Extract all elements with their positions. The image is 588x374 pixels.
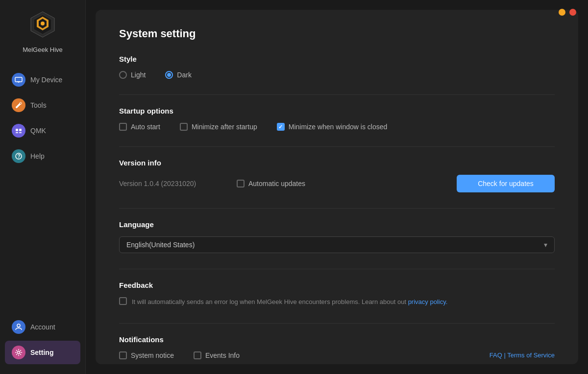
system-notice-label: System notice [131,351,174,359]
tools-icon [12,98,25,112]
divider-5 [119,323,555,324]
notifications-section-title: Notifications [119,335,555,344]
minimize-closed-label: Minimize when window is closed [289,123,388,131]
svg-point-15 [17,324,20,327]
check-updates-button[interactable]: Check for updates [457,175,555,192]
style-option-light[interactable]: Light [119,71,146,79]
startup-section-title: Startup options [119,107,555,115]
auto-start-label: Auto start [131,123,160,131]
help-icon: ? [12,149,25,163]
app-logo [28,10,57,46]
version-row: Version 1.0.4 (20231020) Automatic updat… [119,175,555,192]
minimize-after-label: Minimize after startup [192,123,257,131]
faq-links: FAQ | Terms of Service [490,351,555,359]
svg-rect-12 [19,132,22,133]
feedback-checkbox[interactable] [119,297,127,305]
svg-rect-5 [15,77,22,82]
feedback-section: Feedback It will automatically sends an … [119,281,555,307]
sidebar-item-qmk[interactable]: QMK [5,119,80,142]
style-option-dark[interactable]: Dark [165,71,192,79]
auto-updates-option[interactable]: Automatic updates [237,180,305,187]
main-area: System setting Style Light Dark Startup … [86,0,588,374]
auto-updates-label: Automatic updates [248,180,305,187]
svg-rect-10 [19,129,22,131]
notifications-section: Notifications System notice Events Info … [119,335,555,359]
language-dropdown[interactable]: English(United States) ▾ [119,236,555,253]
style-section: Style Light Dark [119,55,555,79]
content-panel: System setting Style Light Dark Startup … [96,10,578,364]
feedback-section-title: Feedback [119,281,555,289]
sidebar-item-label: Tools [30,101,47,109]
version-section: Version info Version 1.0.4 (20231020) Au… [119,159,555,192]
startup-option-minimize-after[interactable]: Minimize after startup [180,123,257,131]
sidebar-item-label: My Device [30,76,62,84]
startup-section: Startup options Auto start Minimize afte… [119,107,555,131]
startup-option-minimize-closed[interactable]: Minimize when window is closed [277,123,388,131]
sidebar-item-label: QMK [30,127,46,135]
app-name: MelGeek Hive [23,46,63,53]
sidebar-item-tools[interactable]: Tools [5,94,80,117]
svg-rect-9 [16,129,18,131]
dark-label: Dark [177,71,192,79]
language-section: Language English(United States) ▾ [119,220,555,253]
setting-icon [12,346,25,359]
sidebar: MelGeek Hive My Device Tools [0,0,86,374]
svg-point-16 [18,351,20,354]
sidebar-nav: My Device Tools QMK [0,68,85,310]
startup-options: Auto start Minimize after startup Minimi… [119,123,555,131]
feedback-row: It will automatically sends an error log… [119,297,555,307]
feedback-text: It will automatically sends an error log… [132,297,447,307]
device-icon [12,73,25,87]
startup-option-auto-start[interactable]: Auto start [119,123,160,131]
divider-2 [119,146,555,147]
sidebar-item-label: Setting [30,349,53,356]
divider-1 [119,94,555,95]
language-selected: English(United States) [126,241,195,249]
sidebar-item-setting[interactable]: Setting [5,341,80,364]
version-section-title: Version info [119,159,555,167]
account-icon [12,320,25,334]
minimize-button[interactable] [559,9,565,16]
version-text: Version 1.0.4 (20231020) [119,180,217,187]
qmk-icon [12,124,25,138]
light-label: Light [131,71,146,79]
page-title: System setting [119,27,555,40]
svg-rect-11 [16,132,18,133]
sidebar-item-account[interactable]: Account [5,315,80,339]
minimize-closed-checkbox[interactable] [277,123,285,131]
sidebar-item-my-device[interactable]: My Device [5,68,80,92]
sidebar-bottom: Account Setting [0,310,85,369]
dark-radio[interactable] [165,71,173,79]
sidebar-item-label: Help [30,152,45,160]
svg-text:?: ? [18,154,21,159]
style-options: Light Dark [119,71,555,79]
events-info-label: Events Info [205,351,240,359]
style-section-title: Style [119,55,555,63]
close-button[interactable] [569,9,576,16]
system-notice-checkbox[interactable] [119,351,127,359]
events-info-checkbox[interactable] [194,351,201,359]
notifications-row: System notice Events Info FAQ | Terms of… [119,351,555,359]
sidebar-item-label: Account [30,323,55,331]
tos-link[interactable]: Terms of Service [507,351,555,359]
minimize-after-checkbox[interactable] [180,123,188,131]
sidebar-item-help[interactable]: ? Help [5,144,80,168]
privacy-policy-link[interactable]: privacy policy. [408,298,448,305]
chevron-down-icon: ▾ [544,241,547,249]
language-section-title: Language [119,220,555,229]
svg-point-4 [41,22,45,25]
system-notice-option[interactable]: System notice [119,351,174,359]
events-info-option[interactable]: Events Info [194,351,240,359]
light-radio[interactable] [119,71,127,79]
faq-link[interactable]: FAQ [490,351,502,359]
auto-updates-checkbox[interactable] [237,180,245,187]
divider-3 [119,208,555,209]
auto-start-checkbox[interactable] [119,123,127,131]
divider-4 [119,269,555,269]
window-controls [559,9,576,16]
